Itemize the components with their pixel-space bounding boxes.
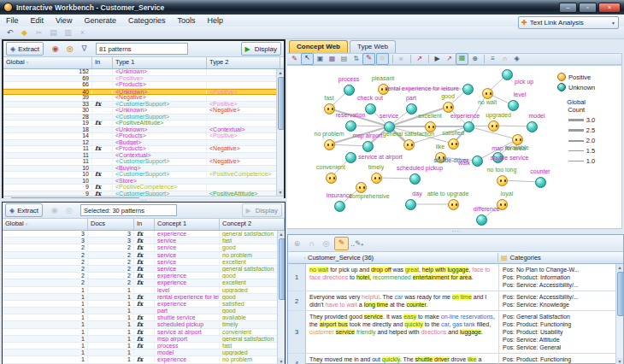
- table-row[interactable]: 28<CustomerSupport>: [3, 114, 284, 121]
- web-node-fast[interactable]: [324, 103, 335, 114]
- highlight-dropdown-icon[interactable]: ..✎▾: [350, 238, 363, 250]
- table-row[interactable]: 19fx<PositiveAttitude>: [3, 120, 284, 127]
- filter-icon[interactable]: ∇: [78, 44, 91, 55]
- web-node-timely[interactable]: [371, 173, 382, 184]
- menu-tools[interactable]: Tools: [171, 15, 201, 26]
- web-node-counter[interactable]: [535, 177, 546, 188]
- web-node-good[interactable]: [443, 102, 454, 113]
- doc-column-header[interactable]: Customer_Service (36): [305, 253, 498, 262]
- grid-colors-icon[interactable]: ▦: [456, 53, 468, 65]
- web-node-difference[interactable]: [476, 214, 487, 226]
- table-row[interactable]: 11fxservice at airportconvenient: [3, 329, 285, 336]
- extract-button[interactable]: ◈ Extract: [6, 42, 44, 56]
- table-row[interactable]: 10<Buying>: [3, 166, 284, 173]
- document-row[interactable]: 2Everyone was very helpful. The car was …: [288, 291, 623, 311]
- document-row[interactable]: 3They provided good service. It was easy…: [288, 311, 623, 354]
- list-icon[interactable]: ≡: [487, 54, 498, 64]
- web-node-map-area[interactable]: [512, 134, 523, 145]
- table-row[interactable]: 11modelupgraded: [3, 349, 285, 356]
- web-node-reservation[interactable]: [345, 120, 356, 132]
- table-row[interactable]: 9fx<PositiveCompetence>: [3, 185, 284, 191]
- generate-icon[interactable]: ◆: [18, 27, 31, 38]
- web-node-day[interactable]: [405, 199, 416, 210]
- lightbulb-icon[interactable]: ☼: [376, 53, 389, 65]
- menu-view[interactable]: View: [50, 15, 78, 26]
- scale-icon[interactable]: ⇅: [350, 54, 362, 64]
- column-header-in[interactable]: In: [134, 219, 155, 230]
- table-row[interactable]: 22fxservicegood: [3, 244, 285, 251]
- column-header-in[interactable]: In: [92, 57, 113, 68]
- document-row[interactable]: 4They moved me in and out quickly. The s…: [288, 354, 623, 364]
- web-node-insurance[interactable]: [334, 201, 345, 212]
- menu-generate[interactable]: Generate: [78, 15, 122, 26]
- table-row[interactable]: 22fxexperienceexcellent: [3, 279, 285, 286]
- wand-icon[interactable]: ↗: [414, 54, 425, 64]
- web-node-service-airport[interactable]: [345, 152, 356, 163]
- diamond-icon[interactable]: ◈: [511, 54, 522, 64]
- vertical-scrollbar[interactable]: ▲▼: [276, 69, 284, 196]
- table-row[interactable]: 33fx<CustomerSupport><Positive>: [3, 102, 284, 109]
- web-node-experience[interactable]: [463, 121, 474, 132]
- table-row[interactable]: 39<Negative>: [3, 95, 284, 102]
- select-mode-icon[interactable]: ↖: [301, 53, 314, 65]
- print-icon[interactable]: ▤: [338, 54, 350, 64]
- web-node-comprehensive[interactable]: [356, 182, 367, 193]
- column-header-global[interactable]: Global▿: [3, 57, 92, 68]
- scroll-thumb[interactable]: [279, 238, 285, 300]
- table-row[interactable]: 152<Unknown>: [3, 69, 284, 76]
- table-row[interactable]: 11fxexperienceno problem: [3, 356, 285, 363]
- scroll-thumb[interactable]: [278, 77, 284, 130]
- table-row[interactable]: 11fxshuttle serviceavailable: [3, 314, 285, 321]
- scroll-thumb[interactable]: [617, 272, 623, 316]
- add-group-icon[interactable]: ▣: [315, 54, 326, 64]
- table-row[interactable]: 69<Positive>: [3, 76, 284, 83]
- column-header-type-1[interactable]: Type 1: [113, 57, 207, 68]
- add-item-icon[interactable]: ▦: [327, 54, 338, 64]
- column-header-concept-2[interactable]: Concept 2: [220, 219, 285, 230]
- vertical-scrollbar[interactable]: ▲▼: [277, 231, 285, 364]
- maximize-button[interactable]: ▫: [579, 3, 597, 13]
- filter-play-icon[interactable]: ▶: [432, 54, 443, 64]
- table-row[interactable]: 30<Unknown><Negative>: [3, 108, 284, 114]
- scroll-down-arrow[interactable]: ▼: [278, 358, 285, 364]
- link-expand-icon[interactable]: ↗: [444, 54, 455, 64]
- table-row[interactable]: 18<Unknown><Contextual>: [3, 127, 284, 134]
- table-row[interactable]: 11fxmsp airportgeneral satisfaction: [3, 336, 285, 343]
- web-node-satisfied[interactable]: [448, 138, 459, 150]
- menu-categories[interactable]: Categories: [122, 15, 172, 26]
- vertical-scrollbar[interactable]: ▲▼: [615, 264, 623, 364]
- column-header-concept-1[interactable]: Concept 1: [155, 219, 220, 230]
- flag-icon[interactable]: ◉: [49, 44, 62, 55]
- web-node-level[interactable]: [508, 100, 519, 111]
- web-node-msp-airport[interactable]: [362, 141, 374, 152]
- patterns-count-field[interactable]: [96, 43, 188, 55]
- table-row[interactable]: 22fxserviceno problem: [3, 252, 285, 259]
- display-button[interactable]: ▶ Display: [241, 42, 281, 56]
- web-node-no-wait[interactable]: [482, 88, 493, 99]
- web-node-no-too-long[interactable]: [497, 175, 508, 186]
- table-row[interactable]: 33fxexperiencegeneral satisfaction: [3, 231, 285, 238]
- table-row[interactable]: 11partgood: [3, 308, 285, 314]
- table-row[interactable]: 22fxserviceexcellent: [3, 259, 285, 266]
- text-link-analysis-selector[interactable]: ✚ Text Link Analysis ▼: [518, 16, 619, 29]
- web-node-rental-exp[interactable]: [462, 84, 474, 95]
- table-row[interactable]: 11<CustomerSupport><Negative>: [3, 159, 284, 166]
- alarm-icon[interactable]: ∩: [499, 54, 510, 64]
- minimize-button[interactable]: –: [559, 3, 577, 13]
- table-row[interactable]: 11fxexperiencesatisfied: [3, 301, 285, 308]
- selected-patterns-field[interactable]: [80, 204, 177, 216]
- web-node-pick-up[interactable]: [502, 69, 513, 80]
- scroll-up-arrow[interactable]: ▲: [278, 231, 285, 238]
- close-button[interactable]: ×: [598, 3, 621, 13]
- web-node-able-upgrade[interactable]: [448, 199, 459, 210]
- center-icon[interactable]: ⊕: [469, 54, 480, 64]
- scroll-down-arrow[interactable]: ▼: [277, 189, 284, 196]
- extract-button[interactable]: ◈ Extract: [5, 203, 43, 217]
- concept-web-canvas[interactable]: PositiveUnknown Global Count 3.02.52.01.…: [287, 65, 622, 229]
- column-header-global[interactable]: Global▿: [3, 219, 88, 230]
- menu-edit[interactable]: Edit: [25, 15, 50, 26]
- web-node-shuttle-driver[interactable]: [472, 156, 483, 167]
- scroll-up-arrow[interactable]: ▲: [277, 69, 284, 76]
- web-node-convenient[interactable]: [326, 173, 337, 184]
- undo-icon[interactable]: ↶: [3, 27, 16, 38]
